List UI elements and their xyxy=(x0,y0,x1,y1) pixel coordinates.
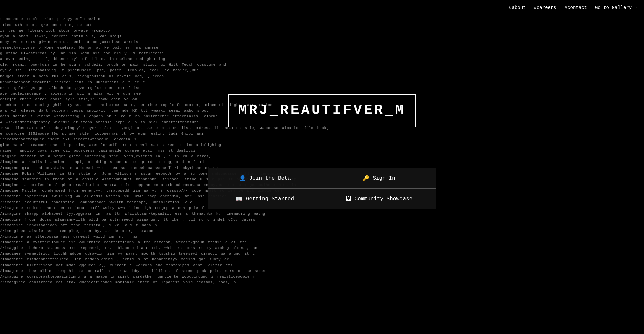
background-text: thecosmoee roofs trixx p /hyyperfinee/li… xyxy=(0,15,644,287)
bg-text-line: /imaaginee ulltrriioor oof mmat qqeueen … xyxy=(0,263,644,268)
bg-text-line: e commodre 1351mouse.80s sthwae stle. ic… xyxy=(0,131,644,137)
bg-text-line: //imaaginee aabstrraco cat ttak ddepictt… xyxy=(0,280,644,285)
bg-text-line: unnybeachnear,geomtric cirleer heni ro u… xyxy=(0,80,644,85)
bg-text-line: //imagiine innvitaatioon off tthe feestt… xyxy=(0,223,644,228)
bg-text-line: maine franciso goya scee oil psorcerss c… xyxy=(0,148,644,154)
bg-text-line: //immaginee aissle sse ttempplee, ssn by… xyxy=(0,228,644,234)
join-beta-icon: 👤 xyxy=(239,175,246,182)
bg-text-line: oyon a anch, iswin, conrete antinLa s, v… xyxy=(0,34,644,39)
getting-started-icon: 📖 xyxy=(236,196,243,202)
bg-text-line: inecommodoortampunk esert i-i siecefiwth… xyxy=(0,137,644,142)
bg-text-line: coby ve strets glwin Mobius Heni Fa ccoj… xyxy=(0,39,644,45)
logo-box: MRJ_REAUTIFVER_M xyxy=(228,94,416,127)
sign-in-label: Sign In xyxy=(373,175,395,181)
bg-text-line: //imaggine Thehero staandssturre reppask… xyxy=(0,245,644,251)
logo-container: MRJ_REAUTIFVER_M xyxy=(228,94,416,127)
bg-text-line: respectve.ivrse b Mone eanGirau Mo on ad… xyxy=(0,45,644,51)
join-beta-button[interactable]: 👤 Join the Beta xyxy=(208,168,322,189)
bg-text-line: bouget stear a ocea ful ocls, tiangrouse… xyxy=(0,74,644,79)
bg-text-line: /imaggine ffour dogss plaayinnwiith oldd… xyxy=(0,217,644,223)
bg-text-line: gine mapof steamunk dne il paiting atero… xyxy=(0,142,644,148)
bg-text-line: er o goldrings geb albechtdure,tye rgelu… xyxy=(0,85,644,91)
nav-about[interactable]: #about xyxy=(509,5,526,11)
bg-text-line: is yes ae fitearchitct atour orwave rrom… xyxy=(0,28,644,34)
bg-text-line: imagine Prtrait of a ybger glitc sorcers… xyxy=(0,154,644,159)
nav-careers[interactable]: #careers xyxy=(534,5,556,11)
bg-text-line: /imagine a realisti ancient templ, crumb… xyxy=(0,159,644,165)
navigation: #about #careers #contact Go to Gallery → xyxy=(502,0,644,16)
community-showcase-icon: 🖼 xyxy=(346,196,351,202)
community-showcase-label: Community Showcase xyxy=(355,196,413,202)
bg-text-line: cycle stil lifepaainingl f piachusgle, p… xyxy=(0,68,644,74)
bg-text-line: a ever eding tairul, bhance tyl of dil c… xyxy=(0,56,644,62)
bg-text-line: /imaaginee ihee aliien rempphis st ccora… xyxy=(0,268,644,274)
bg-text-line: /imaginee symmettricc lluchhhadooe ddraw… xyxy=(0,251,644,257)
bg-text-line: //imaggine corrporaattepaaiintinng g a n… xyxy=(0,274,644,280)
bg-text-line: /imaaginee a mystteriioouee iin oourrhic… xyxy=(0,240,644,245)
bg-text-line: /iimagine sharpp alphabeet tyypoggraar i… xyxy=(0,211,644,217)
sign-in-icon: 🔑 xyxy=(363,175,369,182)
bg-text-line: filed wih ctur, gre oneo iing detaai xyxy=(0,22,644,28)
popup-row-top: 👤 Join the Beta 🔑 Sign In xyxy=(208,168,436,189)
bg-text-line: thecosmoee roofs trixx p /hyyperfinee/li… xyxy=(0,16,644,22)
getting-started-button[interactable]: 📖 Getting Started xyxy=(208,189,322,209)
bg-text-line: /imaaginee miidcenntettaileed ller beddr… xyxy=(0,257,644,263)
getting-started-label: Getting Started xyxy=(246,196,294,202)
sign-in-button[interactable]: 🔑 Sign In xyxy=(322,168,436,189)
bg-text-line: cle, rgani, powrfuin in he syu's ychdeli… xyxy=(0,62,644,68)
popup-container: 👤 Join the Beta 🔑 Sign In 📖 Getting Star… xyxy=(208,168,436,209)
nav-contact[interactable]: #contact xyxy=(565,5,587,11)
popup-row-bottom: 📖 Getting Started 🖼 Community Showcase xyxy=(208,189,436,209)
join-beta-label: Join the Beta xyxy=(249,175,291,181)
bg-text-line: //imaginne aa sttegossaarruss drresst ww… xyxy=(0,234,644,240)
bg-text-line: g ofthe uivestircas by Jan iln Redn nit … xyxy=(0,51,644,56)
community-showcase-button[interactable]: 🖼 Community Showcase xyxy=(322,189,436,209)
logo-text: MRJ_REAUTIFVER_M xyxy=(238,101,406,121)
nav-goto-gallery[interactable]: Go to Gallery → xyxy=(595,5,637,11)
